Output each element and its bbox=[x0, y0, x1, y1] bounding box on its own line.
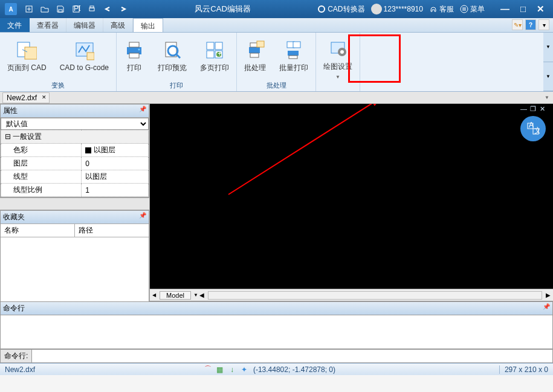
save-icon[interactable] bbox=[56, 4, 65, 14]
svg-rect-30 bbox=[249, 47, 260, 53]
command-label: 命令行: bbox=[0, 349, 32, 363]
menu-advanced[interactable]: 高级 bbox=[103, 18, 133, 32]
svg-rect-6 bbox=[89, 8, 94, 11]
favorites-col-name[interactable]: 名称 bbox=[1, 224, 75, 237]
hscroll-right-icon[interactable]: ▶ bbox=[546, 292, 551, 298]
ortho-icon[interactable]: ↓ bbox=[228, 365, 236, 374]
menu-editor[interactable]: 编辑器 bbox=[66, 18, 103, 32]
canvas-min-icon[interactable]: — bbox=[520, 105, 529, 112]
prop-row-color[interactable]: 色彩 以图层 bbox=[1, 144, 149, 157]
pin-icon[interactable]: 📌 bbox=[139, 212, 146, 222]
svg-line-23 bbox=[176, 54, 180, 58]
polar-icon[interactable]: ✦ bbox=[240, 365, 248, 374]
command-title: 命令行 bbox=[3, 303, 25, 313]
document-tab[interactable]: New2.dxf ✕ bbox=[2, 92, 50, 103]
svg-rect-33 bbox=[257, 41, 264, 47]
favorites-col-path[interactable]: 路径 bbox=[75, 224, 149, 237]
print-icon[interactable] bbox=[87, 4, 97, 14]
prop-row-ltscale[interactable]: 线型比例1 bbox=[1, 184, 149, 197]
section-general[interactable]: ⊟ 一般设置 bbox=[1, 130, 149, 144]
menu-file[interactable]: 文件 bbox=[0, 18, 30, 32]
prop-row-linetype[interactable]: 线型以图层 bbox=[1, 170, 149, 184]
cad-gcode-icon bbox=[74, 40, 94, 61]
app-icon: A bbox=[5, 3, 17, 15]
user-account[interactable]: 123****8910 bbox=[371, 4, 423, 14]
hamburger-icon bbox=[460, 5, 468, 13]
svg-text:PDF: PDF bbox=[74, 5, 80, 13]
undo-icon[interactable] bbox=[103, 4, 112, 14]
model-tab[interactable]: Model bbox=[160, 291, 191, 300]
hscroll-track[interactable] bbox=[208, 291, 542, 300]
menu-viewer[interactable]: 查看器 bbox=[30, 18, 66, 32]
command-history[interactable] bbox=[0, 315, 553, 349]
ribbon: 页面到 CAD CAD to G-code 变换 打印 打印预览 + 多页打印 … bbox=[0, 33, 553, 92]
redo-icon[interactable] bbox=[118, 4, 128, 14]
tab-overflow-icon[interactable]: ▼ bbox=[541, 95, 553, 100]
canvas-area: — ❐ ✕ A文 ◀ Model ▼ ◀ ▶ bbox=[150, 104, 553, 301]
model-tabbar: ◀ Model ▼ ◀ ▶ bbox=[150, 289, 553, 301]
pin-icon[interactable]: 📌 bbox=[543, 303, 550, 313]
command-panel: 命令行 📌 命令行: bbox=[0, 301, 553, 363]
svg-text:A: A bbox=[529, 122, 534, 129]
batch-print-button[interactable]: 批量打印 bbox=[277, 37, 311, 76]
page-cad-icon bbox=[16, 40, 37, 60]
svg-rect-32 bbox=[250, 53, 259, 57]
new-icon[interactable] bbox=[24, 4, 34, 14]
chevron-down-icon: ▼ bbox=[335, 74, 340, 80]
minimize-button[interactable]: — bbox=[497, 4, 513, 14]
support-link[interactable]: 客服 bbox=[429, 4, 454, 14]
printer-icon bbox=[124, 40, 144, 60]
close-button[interactable]: ✕ bbox=[533, 4, 548, 14]
status-dimensions: 297 x 210 x 0 bbox=[499, 365, 553, 374]
model-prev-icon[interactable]: ◀ bbox=[150, 292, 158, 298]
multipage-icon: + bbox=[204, 40, 225, 60]
svg-rect-18 bbox=[129, 42, 139, 47]
default-value-select[interactable]: 默认值 bbox=[1, 118, 149, 130]
maximize-button[interactable]: □ bbox=[517, 4, 529, 14]
snap-icon[interactable]: ⌒ bbox=[204, 365, 212, 374]
ribbon-group-batch: 批处理 批量打印 批处理 bbox=[237, 33, 316, 91]
menu-output[interactable]: 输出 bbox=[133, 18, 163, 32]
tool-icon[interactable]: ✎▾ bbox=[512, 19, 523, 30]
canvas-max-icon[interactable]: ❐ bbox=[530, 105, 538, 112]
panel-title-favorites: 收藏夹 bbox=[3, 212, 25, 222]
help-drop-icon[interactable]: ▾ bbox=[538, 19, 549, 30]
cad-to-gcode-button[interactable]: CAD to G-code bbox=[57, 38, 111, 74]
titlebar: A PDF 风云CAD编辑器 CAD转换器 123****8910 客服 菜单 … bbox=[0, 0, 553, 18]
help-icon[interactable]: ? bbox=[525, 19, 536, 30]
ribbon-group-settings: 绘图设置 ▼ bbox=[316, 33, 360, 91]
svg-line-45 bbox=[228, 104, 381, 194]
ribbon-group-print: 打印 打印预览 + 多页打印 打印 bbox=[117, 33, 237, 91]
svg-point-20 bbox=[138, 48, 140, 50]
open-icon[interactable] bbox=[40, 4, 50, 14]
model-drop-icon[interactable]: ▼ bbox=[193, 292, 198, 298]
svg-point-40 bbox=[340, 50, 344, 54]
batch-icon bbox=[245, 40, 265, 60]
print-button[interactable]: 打印 bbox=[121, 37, 147, 76]
canvas-close-icon[interactable]: ✕ bbox=[540, 105, 548, 112]
command-input[interactable] bbox=[32, 349, 553, 363]
save-pdf-icon[interactable]: PDF bbox=[71, 4, 81, 14]
print-preview-button[interactable]: 打印预览 bbox=[155, 37, 189, 76]
svg-rect-26 bbox=[207, 51, 214, 58]
translate-button[interactable]: A文 bbox=[520, 116, 546, 141]
multipage-print-button[interactable]: + 多页打印 bbox=[198, 37, 231, 76]
prop-row-layer[interactable]: 图层0 bbox=[1, 157, 149, 170]
draw-settings-button[interactable]: 绘图设置 ▼ bbox=[321, 36, 355, 82]
ribbon-expand-icon[interactable]: ▼ bbox=[543, 33, 553, 62]
pin-icon[interactable]: 📌 bbox=[139, 106, 146, 116]
cad-converter-link[interactable]: CAD转换器 bbox=[317, 4, 364, 14]
svg-rect-24 bbox=[207, 42, 214, 50]
drawing-canvas[interactable]: — ❐ ✕ A文 bbox=[150, 104, 553, 289]
page-to-cad-button[interactable]: 页面到 CAD bbox=[5, 37, 49, 76]
batch-process-button[interactable]: 批处理 bbox=[242, 37, 268, 76]
grid-icon[interactable]: ▦ bbox=[216, 365, 224, 374]
magnifier-icon bbox=[162, 40, 183, 60]
favorites-panel: 收藏夹 📌 名称 路径 bbox=[0, 210, 149, 301]
hscroll-left-icon[interactable]: ◀ bbox=[199, 292, 204, 298]
ribbon-collapse-icon[interactable]: ▼ bbox=[543, 62, 553, 92]
status-coords: (-13.44802; -1.472878; 0) bbox=[253, 365, 335, 374]
close-icon[interactable]: ✕ bbox=[42, 94, 47, 100]
menu-link[interactable]: 菜单 bbox=[460, 4, 485, 14]
settings-icon bbox=[328, 39, 348, 59]
